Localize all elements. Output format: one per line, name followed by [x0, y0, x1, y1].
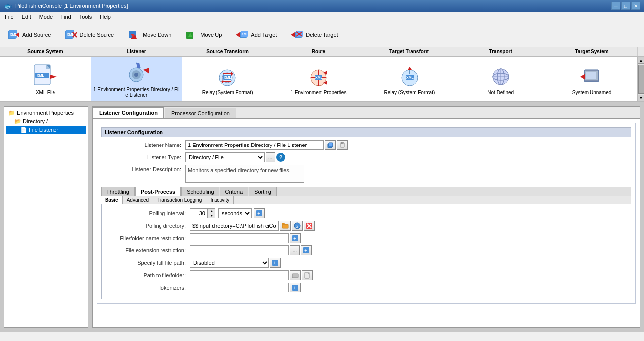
listener-icon	[123, 61, 149, 87]
sub-tab-post-process[interactable]: Post-Process	[135, 187, 181, 196]
add-source-button[interactable]: XML Add Source	[4, 26, 53, 43]
specify-full-path-label: Specify full file path:	[106, 260, 190, 266]
file-folder-restriction-input[interactable]	[190, 233, 289, 243]
clear-icon	[306, 222, 313, 229]
polling-directory-clear-btn[interactable]	[304, 221, 315, 231]
sub-tab-scheduling[interactable]: Scheduling	[181, 187, 219, 196]
sub-tab2-inactivity[interactable]: Inactivity	[206, 196, 234, 204]
spinner-up-button[interactable]: ▲	[208, 209, 215, 213]
file-extension-restriction-control: ... +	[190, 245, 627, 255]
file-extension-restriction-row: File extension restriction: ... +	[106, 245, 627, 255]
menu-help[interactable]: Help	[97, 13, 114, 21]
spinner-down-button[interactable]: ▼	[208, 213, 215, 218]
delete-target-button[interactable]: Delete Target	[287, 26, 340, 43]
menu-file[interactable]: File	[2, 13, 17, 21]
config-main-tabs: Listener Configuration Processor Configu…	[93, 107, 640, 119]
file-folder-restriction-label: File/folder name restriction:	[106, 235, 190, 241]
move-up-button[interactable]: Move Up	[182, 26, 224, 43]
file-extension-more-btn[interactable]: ...	[290, 245, 300, 255]
pipeline-cell-source-system[interactable]: XML XML File	[0, 57, 91, 101]
sub-tab-sorting[interactable]: Sorting	[249, 187, 277, 196]
listener-name-btn1[interactable]	[325, 140, 336, 150]
pipeline-cell-route[interactable]: XML 1 Environment Properties	[273, 57, 365, 101]
polling-interval-unit-select[interactable]: seconds minutes hours	[218, 208, 252, 218]
tree-item-directory[interactable]: 📂 Directory /	[6, 117, 86, 126]
polling-interval-input[interactable]: 30	[190, 208, 208, 218]
delete-source-label: Delete Source	[79, 32, 114, 38]
tokenizers-label: Tokenizers:	[106, 285, 190, 291]
file-extension-restriction-input[interactable]	[190, 245, 289, 255]
maximize-button[interactable]: □	[621, 2, 630, 10]
polling-interval-add-btn[interactable]: +	[254, 208, 265, 218]
sub-tab2-advanced[interactable]: Advanced	[123, 196, 153, 204]
delete-target-icon	[290, 28, 304, 42]
xml-file-icon: XML	[32, 64, 58, 90]
file-icon	[304, 272, 311, 279]
polling-directory-var-btn[interactable]: $	[292, 221, 303, 231]
path-to-file-input[interactable]	[190, 270, 289, 280]
polling-directory-input[interactable]	[190, 221, 279, 231]
add-target-button[interactable]: XML Add Target	[232, 26, 279, 43]
menu-mode[interactable]: Mode	[36, 13, 56, 21]
listener-name-btn2[interactable]	[337, 140, 348, 150]
pipeline-cell-target-transform[interactable]: XML Relay (System Format)	[364, 57, 455, 101]
move-down-button[interactable]: Move Down	[124, 26, 174, 43]
delete-source-button[interactable]: XML Delete Source	[61, 26, 116, 43]
file-folder-restriction-control: +	[190, 233, 627, 243]
path-to-file-file-btn[interactable]	[302, 270, 313, 280]
tab-processor-configuration[interactable]: Processor Configuration	[165, 108, 236, 118]
specify-full-path-select[interactable]: Disabled Enabled	[190, 258, 269, 268]
file-folder-restriction-btn[interactable]: +	[290, 233, 301, 243]
pipeline-cell-source-transform[interactable]: XML Relay (System Format)	[182, 57, 273, 101]
add-icon: +	[292, 235, 299, 242]
titlebar-controls: ─ □ ✕	[611, 2, 640, 10]
svg-text:+: +	[293, 285, 296, 291]
svg-marker-35	[143, 68, 149, 74]
sub-tab-throttling[interactable]: Throttling	[101, 187, 135, 196]
pipeline-cell-transport[interactable]: Not Defined	[455, 57, 546, 101]
menu-edit[interactable]: Edit	[19, 13, 34, 21]
svg-text:+: +	[257, 211, 260, 216]
source-transform-label: Relay (System Format)	[202, 90, 253, 95]
listener-name-input[interactable]	[185, 140, 324, 150]
pipeline-headers: Source System Listener Source Transform …	[0, 47, 644, 57]
route-icon: XML	[306, 64, 331, 90]
scroll-down-button[interactable]: ▼	[638, 95, 644, 101]
tree-item-file-listener[interactable]: 📄 File Listener	[6, 126, 86, 134]
pipeline-cell-listener[interactable]: 1 Environment Properties.Directory / Fil…	[91, 57, 182, 101]
listener-name-control	[185, 140, 631, 150]
listener-type-select[interactable]: Directory / File FTP HTTP	[185, 152, 265, 162]
target-transform-label: Relay (System Format)	[384, 90, 435, 95]
listener-type-more-btn[interactable]: ...	[266, 152, 275, 162]
menu-find[interactable]: Find	[57, 13, 74, 21]
pipeline-cell-target-system[interactable]: System Unnamed	[546, 57, 637, 101]
tab-listener-configuration[interactable]: Listener Configuration	[93, 107, 164, 118]
tree-item-env-properties[interactable]: 📁 Environment Properties	[6, 109, 86, 117]
tokenizers-btn[interactable]: +	[290, 283, 301, 292]
path-to-file-browse-btn[interactable]	[290, 270, 301, 280]
scroll-thumb[interactable]	[638, 65, 644, 94]
svg-rect-64	[586, 72, 596, 79]
scroll-up-button[interactable]: ▲	[638, 57, 644, 64]
listener-desc-textarea[interactable]: Monitors a specified directory for new f…	[185, 165, 304, 183]
sub-tab2-basic[interactable]: Basic	[101, 196, 123, 204]
specify-full-path-btn[interactable]: +	[270, 258, 281, 268]
menu-tools[interactable]: Tools	[76, 13, 95, 21]
info2-icon: +	[272, 259, 279, 266]
sub-tab2-transaction-logging[interactable]: Transaction Logging	[153, 196, 206, 204]
polling-interval-control: 30 ▲ ▼ seconds minutes hours	[190, 208, 627, 218]
file-extension-restriction-label: File extension restriction:	[106, 247, 190, 253]
pipeline-scrollbar[interactable]: ▲ ▼	[637, 57, 644, 101]
titlebar: 🐟 PilotFish eiConsole [1 Environment Pro…	[0, 0, 644, 12]
add-target-icon: XML	[235, 28, 249, 42]
sub-tab-criteria[interactable]: Criteria	[220, 187, 248, 196]
tokenizers-input[interactable]	[190, 283, 289, 292]
pipeline-header-source-transform: Source Transform	[182, 47, 273, 56]
close-button[interactable]: ✕	[631, 2, 640, 10]
svg-text:XML: XML	[37, 74, 45, 77]
minimize-button[interactable]: ─	[611, 2, 620, 10]
polling-directory-browse-btn[interactable]	[280, 221, 291, 231]
listener-type-info-icon[interactable]: ?	[276, 153, 285, 162]
file-extension-add-btn[interactable]: +	[301, 245, 312, 255]
pipeline-header-listener: Listener	[91, 47, 182, 56]
